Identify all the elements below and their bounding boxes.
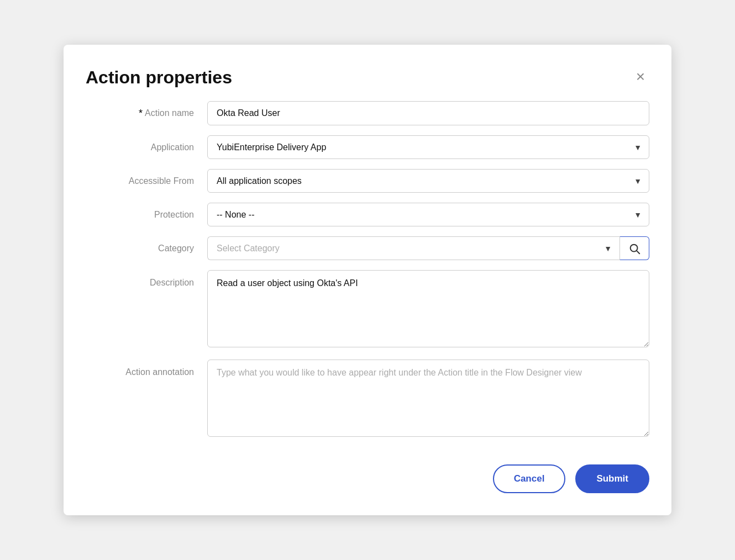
svg-line-1 — [637, 251, 639, 253]
application-label: Application — [86, 142, 207, 152]
action-properties-dialog: Action properties × * Action name Applic… — [64, 45, 671, 515]
description-label: Description — [86, 270, 207, 288]
submit-button[interactable]: Submit — [575, 464, 649, 493]
accessible-from-select-wrapper: All application scopes ▼ — [207, 169, 649, 193]
protection-control: -- None -- ▼ — [207, 203, 649, 226]
dialog-footer: Cancel Submit — [64, 449, 671, 493]
search-icon — [628, 242, 641, 255]
action-annotation-textarea[interactable] — [207, 360, 649, 437]
action-name-label: * Action name — [86, 108, 207, 119]
accessible-from-select[interactable]: All application scopes — [207, 169, 649, 193]
category-select[interactable]: Select Category — [207, 236, 620, 260]
protection-select[interactable]: -- None -- — [207, 203, 649, 226]
action-name-control — [207, 101, 649, 125]
action-annotation-row: Action annotation — [86, 360, 649, 439]
description-row: Description — [86, 270, 649, 350]
accessible-from-control: All application scopes ▼ — [207, 169, 649, 193]
description-control — [207, 270, 649, 350]
action-name-row: * Action name — [86, 101, 649, 125]
protection-row: Protection -- None -- ▼ — [86, 203, 649, 226]
required-star: * — [139, 108, 143, 119]
dialog-header: Action properties × — [64, 67, 671, 101]
close-button[interactable]: × — [632, 67, 649, 87]
protection-label: Protection — [86, 210, 207, 220]
cancel-button[interactable]: Cancel — [493, 464, 566, 493]
application-control: YubiEnterprise Delivery App ▼ — [207, 135, 649, 159]
application-select[interactable]: YubiEnterprise Delivery App — [207, 135, 649, 159]
protection-select-wrapper: -- None -- ▼ — [207, 203, 649, 226]
category-row: Category Select Category ▼ — [86, 236, 649, 260]
category-search-button[interactable] — [620, 236, 649, 260]
accessible-from-label: Accessible From — [86, 176, 207, 186]
action-annotation-label: Action annotation — [86, 360, 207, 377]
application-row: Application YubiEnterprise Delivery App … — [86, 135, 649, 159]
category-control: Select Category ▼ — [207, 236, 649, 260]
description-textarea[interactable] — [207, 270, 649, 347]
action-name-input[interactable] — [207, 101, 649, 125]
accessible-from-row: Accessible From All application scopes ▼ — [86, 169, 649, 193]
application-select-wrapper: YubiEnterprise Delivery App ▼ — [207, 135, 649, 159]
category-select-part: Select Category ▼ — [207, 236, 620, 260]
category-label: Category — [86, 244, 207, 253]
action-annotation-control — [207, 360, 649, 439]
dialog-body: * Action name Application YubiEnterprise… — [64, 101, 671, 449]
dialog-title: Action properties — [86, 67, 232, 88]
category-wrapper: Select Category ▼ — [207, 236, 649, 260]
